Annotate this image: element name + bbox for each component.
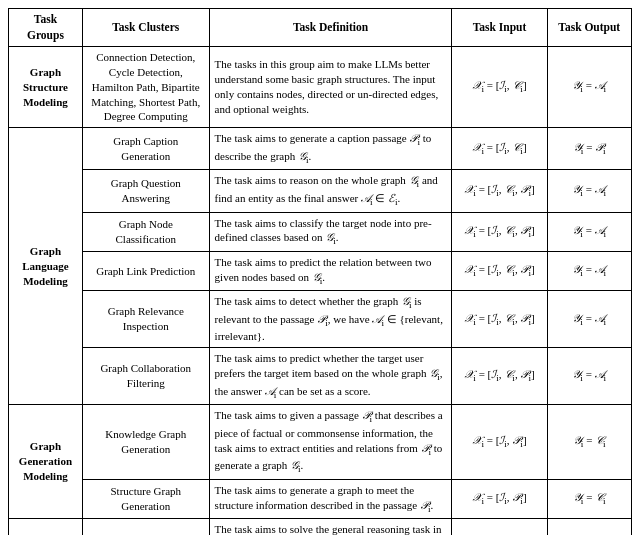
main-table: Task Groups Task Clusters Task Definitio…	[8, 8, 632, 535]
header-task-definition: Task Definition	[209, 9, 452, 47]
def-caption: The task aims to generate a caption pass…	[209, 128, 452, 170]
cluster-relevance: Graph Relevance Inspection	[82, 291, 209, 348]
table-row: Graph Generation Modeling Knowledge Grap…	[9, 405, 632, 480]
output-caption: 𝒴i = 𝒫i	[547, 128, 632, 170]
def-relevance: The task aims to detect whether the grap…	[209, 291, 452, 348]
table-row: Graph Link Prediction The task aims to p…	[9, 251, 632, 290]
table-row: Graph Collaboration Filtering The task a…	[9, 348, 632, 405]
group-generation: Graph Generation Modeling	[9, 405, 83, 519]
input-structure: 𝒳i = [ℐi, 𝒞i]	[452, 47, 547, 128]
table-row: Graph Language Modeling Graph Caption Ge…	[9, 128, 632, 170]
output-thought: 𝒴i = [𝒞i; 𝒜i]	[547, 519, 632, 535]
def-thought: The task aims to solve the general reaso…	[209, 519, 452, 535]
def-node-class: The task aims to classify the target nod…	[209, 212, 452, 251]
output-kg-gen: 𝒴i = 𝒞i	[547, 405, 632, 480]
input-thought: 𝒳i = ℐi	[452, 519, 547, 535]
cluster-thought: ArithmeticSymbolicRoboticLogic	[82, 519, 209, 535]
cluster-node-class: Graph Node Classification	[82, 212, 209, 251]
cluster-collab: Graph Collaboration Filtering	[82, 348, 209, 405]
group-thought: Graph Thought Modeling	[9, 519, 83, 535]
input-link-pred: 𝒳i = [ℐi, 𝒞i, 𝒫i]	[452, 251, 547, 290]
input-caption: 𝒳i = [ℐi, 𝒞i]	[452, 128, 547, 170]
output-link-pred: 𝒴i = 𝒜i	[547, 251, 632, 290]
cluster-caption: Graph Caption Generation	[82, 128, 209, 170]
def-qa: The task aims to reason on the whole gra…	[209, 170, 452, 212]
header-task-clusters: Task Clusters	[82, 9, 209, 47]
output-node-class: 𝒴i = 𝒜i	[547, 212, 632, 251]
table-row: Graph Structure Modeling Connection Dete…	[9, 47, 632, 128]
output-structure: 𝒴i = 𝒜i	[547, 47, 632, 128]
output-qa: 𝒴i = 𝒜i	[547, 170, 632, 212]
def-link-pred: The task aims to predict the relation be…	[209, 251, 452, 290]
table-row: Structure Graph Generation The task aims…	[9, 479, 632, 518]
def-collab: The task aims to predict whether the tar…	[209, 348, 452, 405]
input-collab: 𝒳i = [ℐi, 𝒞i, 𝒫i]	[452, 348, 547, 405]
input-relevance: 𝒳i = [ℐi, 𝒞i, 𝒫i]	[452, 291, 547, 348]
header-task-input: Task Input	[452, 9, 547, 47]
def-struct-gen: The task aims to generate a graph to mee…	[209, 479, 452, 518]
table-row: Graph Node Classification The task aims …	[9, 212, 632, 251]
output-struct-gen: 𝒴i = 𝒞i	[547, 479, 632, 518]
table-row: Graph Question Answering The task aims t…	[9, 170, 632, 212]
input-kg-gen: 𝒳i = [ℐi, 𝒫i]	[452, 405, 547, 480]
input-node-class: 𝒳i = [ℐi, 𝒞i, 𝒫i]	[452, 212, 547, 251]
def-structure: The tasks in this group aim to make LLMs…	[209, 47, 452, 128]
cluster-kg-gen: Knowledge Graph Generation	[82, 405, 209, 480]
table-row: Graph Relevance Inspection The task aims…	[9, 291, 632, 348]
table-row: Graph Thought Modeling ArithmeticSymboli…	[9, 519, 632, 535]
input-struct-gen: 𝒳i = [ℐi, 𝒫i]	[452, 479, 547, 518]
def-kg-gen: The task aims to given a passage 𝒫i that…	[209, 405, 452, 480]
output-collab: 𝒴i = 𝒜i	[547, 348, 632, 405]
cluster-link-pred: Graph Link Prediction	[82, 251, 209, 290]
cluster-qa: Graph Question Answering	[82, 170, 209, 212]
group-language: Graph Language Modeling	[9, 128, 83, 405]
header-task-groups: Task Groups	[9, 9, 83, 47]
header-task-output: Task Output	[547, 9, 632, 47]
group-structure: Graph Structure Modeling	[9, 47, 83, 128]
cluster-struct-gen: Structure Graph Generation	[82, 479, 209, 518]
cluster-structure: Connection Detection, Cycle Detection, H…	[82, 47, 209, 128]
output-relevance: 𝒴i = 𝒜i	[547, 291, 632, 348]
input-qa: 𝒳i = [ℐi, 𝒞i, 𝒫i]	[452, 170, 547, 212]
